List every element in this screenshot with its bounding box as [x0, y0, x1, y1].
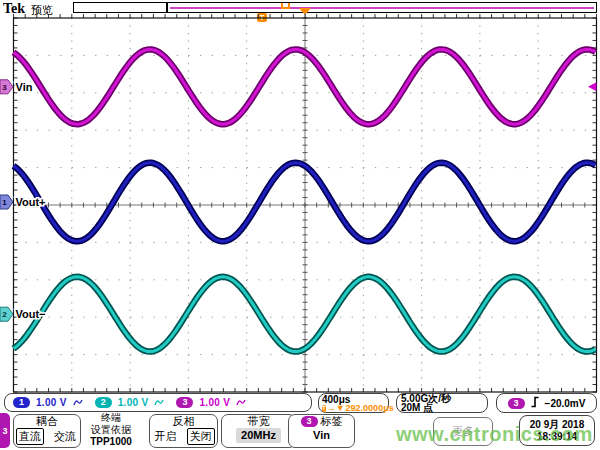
coupling-dc-button[interactable]: 直流: [16, 428, 44, 445]
termination-line1: 终端: [78, 412, 144, 424]
termination-info: 终端 设置依据 TPP1000: [78, 412, 144, 448]
channel-menu-tab[interactable]: 3: [0, 413, 10, 448]
oscilloscope-screen: Tek 预览 T 3Vin1Vout+2Vout− 1 1.00 V 2 1.0…: [0, 0, 600, 450]
channel-1-scale: 1.00 V: [36, 397, 67, 408]
graticule: 3Vin1Vout+2Vout−: [0, 0, 600, 450]
channel-2-marker-number: 2: [2, 310, 7, 319]
trigger-delay-value: 292.0000μs: [346, 404, 394, 413]
channel-3-badge: 3: [176, 397, 193, 408]
coupling-menu: 耦合 直流 交流: [13, 414, 81, 448]
delay-arrow-icon: →▼: [327, 404, 345, 413]
wave-Vout+: [14, 163, 596, 242]
edge-trigger-icon: [530, 394, 540, 412]
wave-Vin: [14, 49, 596, 124]
invert-off-button[interactable]: 关闭: [187, 428, 215, 445]
trigger-marker-icon: T: [322, 405, 326, 412]
channel-2-coupling-icon: [154, 398, 164, 407]
termination-probe: TPP1000: [78, 436, 144, 448]
label-channel-badge: 3: [301, 416, 318, 427]
invert-on-button[interactable]: 开启: [153, 429, 179, 444]
channel-2-scale: 1.00 V: [118, 397, 149, 408]
expansion-point-line: [305, 13, 306, 19]
acquisition-mode-label: 预览: [31, 3, 53, 18]
datetime-box: 20 9月 2018 18:39:14: [519, 415, 595, 446]
trigger-source-badge: 3: [508, 398, 525, 409]
tek-logo: Tek: [3, 1, 25, 17]
termination-line2: 设置依据: [78, 424, 144, 436]
channel-3-marker: [0, 80, 13, 94]
bandwidth-value[interactable]: 20MHz: [236, 428, 281, 443]
channel-3-coupling-icon: [236, 398, 246, 407]
wave-label-Vout+: Vout+: [16, 196, 46, 208]
channel-3-scale: 1.00 V: [199, 397, 230, 408]
trigger-delay-readout: T→▼292.0000μs: [322, 404, 385, 413]
invert-menu: 反相 开启 关闭: [149, 414, 218, 448]
bandwidth-menu[interactable]: 带宽 20MHz: [221, 414, 296, 448]
invert-title: 反相: [150, 415, 217, 428]
time-value: 18:39:14: [537, 431, 577, 443]
bandwidth-title: 带宽: [222, 415, 295, 428]
date-value: 20 9月 2018: [530, 419, 585, 431]
channel-readouts[interactable]: 1 1.00 V 2 1.00 V 3 1.00 V: [4, 393, 312, 412]
label-menu[interactable]: 3 标签 Vin: [288, 414, 355, 448]
channel-3-marker-number: 3: [2, 83, 7, 92]
trigger-readout[interactable]: 3 −20.0mV: [496, 393, 597, 413]
horizontal-readout[interactable]: 400μs T→▼292.0000μs: [318, 393, 389, 413]
wave-Vin-edge: [14, 49, 596, 124]
record-view-divider: [166, 3, 168, 12]
record-waveform-overview: [170, 7, 594, 9]
channel-1-coupling-icon: [73, 398, 83, 407]
wave-Vout−: [14, 277, 596, 352]
wave-Vout+-edge: [14, 163, 596, 242]
coupling-ac-button[interactable]: 交流: [52, 429, 78, 444]
record-view-bar[interactable]: [73, 2, 597, 13]
record-length: 20M 点: [401, 403, 483, 412]
trigger-level: −20.0mV: [545, 398, 586, 409]
label-title: 标签: [321, 415, 343, 428]
channel-1-marker-number: 1: [2, 198, 7, 207]
wave-label-Vin: Vin: [16, 81, 33, 93]
wave-Vout−-edge: [14, 277, 596, 352]
channel-1-marker: [0, 195, 13, 209]
screen-window-bracket-icon: [281, 3, 290, 9]
trigger-position-icon: T: [257, 13, 267, 22]
channel-1-badge: 1: [13, 397, 30, 408]
trigger-level-arrow: [588, 82, 597, 91]
channel-2-marker: [0, 307, 13, 321]
label-value: Vin: [289, 428, 354, 442]
channel-2-badge: 2: [95, 397, 112, 408]
more-button[interactable]: 更多: [433, 417, 493, 446]
acquisition-readout[interactable]: 5.00G次/秒 20M 点: [396, 393, 488, 413]
wave-label-Vout−: Vout−: [16, 308, 46, 320]
coupling-title: 耦合: [14, 415, 80, 428]
graticule-frame: [14, 18, 597, 392]
